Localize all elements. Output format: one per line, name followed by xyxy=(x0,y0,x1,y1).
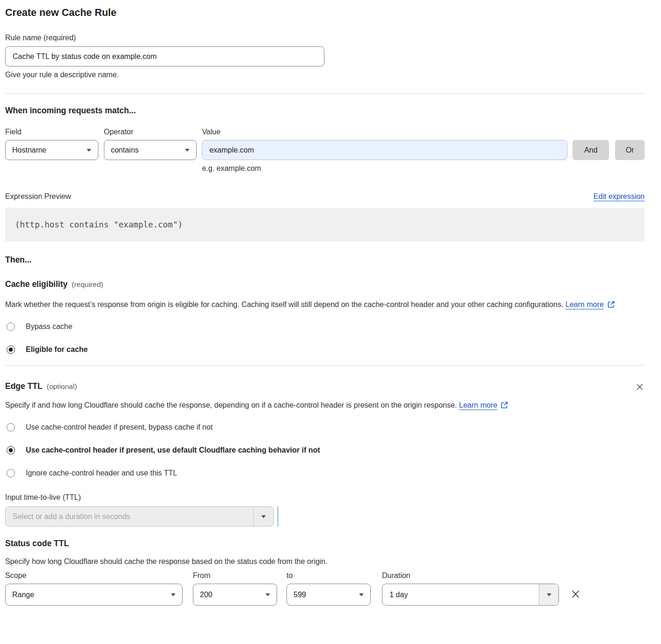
chevron-down-icon xyxy=(265,593,270,596)
chevron-down-icon xyxy=(547,593,551,596)
operator-select-value: contains xyxy=(111,146,139,154)
cache-eligibility-learn-more-link[interactable]: Learn more xyxy=(566,300,604,308)
edge-ttl-close-icon[interactable] xyxy=(635,382,645,392)
chevron-down-icon xyxy=(171,593,176,596)
rule-name-label: Rule name (required) xyxy=(5,33,645,42)
chevron-down-icon xyxy=(261,515,266,518)
external-link-icon xyxy=(500,400,508,413)
eligible-for-cache-option: Eligible for cache xyxy=(5,345,645,354)
eligible-for-cache-label: Eligible for cache xyxy=(26,345,88,354)
edge-ttl-ignore-radio[interactable] xyxy=(7,469,15,477)
operator-select[interactable]: contains xyxy=(104,140,197,160)
chevron-down-icon xyxy=(185,149,190,152)
edge-ttl-bypass-label: Use cache-control header if present, byp… xyxy=(26,423,213,432)
ttl-input-label: Input time-to-live (TTL) xyxy=(5,493,645,502)
edge-ttl-qualifier: (optional) xyxy=(47,382,77,391)
value-hint-text: e.g. example.com xyxy=(202,164,567,173)
remove-status-row-icon[interactable] xyxy=(570,588,581,600)
field-select[interactable]: Hostname xyxy=(5,140,98,160)
ttl-select-chevron-box[interactable] xyxy=(253,507,273,526)
value-input[interactable] xyxy=(202,140,567,160)
from-select[interactable]: 200 xyxy=(193,584,277,606)
status-code-ttl-description: Specify how long Cloudflare should cache… xyxy=(5,557,645,566)
scope-label: Scope xyxy=(5,571,183,580)
duration-select-chevron-box[interactable] xyxy=(539,584,558,605)
expression-preview-label: Expression Preview xyxy=(5,192,71,201)
cache-eligibility-description: Mark whether the request’s response from… xyxy=(5,298,635,313)
chevron-down-icon xyxy=(87,149,91,152)
ttl-duration-select[interactable]: Select or add a duration in seconds xyxy=(5,506,274,527)
match-section-heading: When incoming requests match... xyxy=(5,106,645,116)
or-button[interactable]: Or xyxy=(615,140,645,160)
external-link-icon xyxy=(607,300,615,313)
edge-ttl-option-default: Use cache-control header if present, use… xyxy=(5,446,645,454)
from-label: From xyxy=(193,571,277,580)
edit-expression-link[interactable]: Edit expression xyxy=(594,192,645,201)
eligible-for-cache-radio[interactable] xyxy=(7,345,15,354)
edge-ttl-default-radio[interactable] xyxy=(7,446,15,454)
bypass-cache-option: Bypass cache xyxy=(5,322,645,331)
section-divider xyxy=(5,93,645,94)
cache-eligibility-qualifier: (required) xyxy=(72,280,103,289)
ttl-duration-placeholder: Select or add a duration in seconds xyxy=(6,512,130,521)
rule-name-helper-text: Give your rule a descriptive name. xyxy=(5,70,645,79)
field-select-value: Hostname xyxy=(12,146,46,154)
from-select-value: 200 xyxy=(200,591,213,599)
rule-name-input[interactable] xyxy=(5,46,324,66)
operator-label: Operator xyxy=(104,127,197,136)
to-select[interactable]: 599 xyxy=(286,584,371,606)
expression-preview-code: (http.host contains "example.com") xyxy=(5,208,645,242)
duration-label: Duration xyxy=(382,571,559,580)
edge-ttl-ignore-label: Ignore cache-control header and use this… xyxy=(26,469,177,477)
to-label: to xyxy=(286,571,371,580)
cache-eligibility-heading: Cache eligibility xyxy=(5,279,67,289)
text-caret xyxy=(277,506,279,527)
edge-ttl-option-ignore: Ignore cache-control header and use this… xyxy=(5,469,645,477)
status-code-ttl-row: Scope Range From 200 to 599 Duration 1 d… xyxy=(5,571,645,606)
bypass-cache-label: Bypass cache xyxy=(26,322,73,331)
page-title: Create new Cache Rule xyxy=(5,7,645,19)
edge-ttl-heading: Edge TTL xyxy=(5,381,43,391)
edge-ttl-bypass-radio[interactable] xyxy=(7,423,15,432)
and-button[interactable]: And xyxy=(573,140,609,160)
field-label: Field xyxy=(5,127,98,136)
bypass-cache-radio[interactable] xyxy=(7,322,15,331)
edge-ttl-description-text: Specify if and how long Cloudflare shoul… xyxy=(5,401,457,409)
cache-eligibility-description-text: Mark whether the request’s response from… xyxy=(5,300,563,308)
edge-ttl-default-label: Use cache-control header if present, use… xyxy=(26,446,320,454)
match-condition-row: Field Hostname Operator contains Value e… xyxy=(5,127,645,173)
duration-select[interactable]: 1 day xyxy=(382,584,559,606)
duration-select-value: 1 day xyxy=(382,591,408,599)
section-divider xyxy=(5,365,645,366)
edge-ttl-learn-more-link[interactable]: Learn more xyxy=(459,401,498,409)
edge-ttl-option-bypass: Use cache-control header if present, byp… xyxy=(5,423,645,432)
scope-select-value: Range xyxy=(12,591,34,599)
create-cache-rule-form: Create new Cache Rule Rule name (require… xyxy=(0,0,661,606)
then-heading: Then... xyxy=(5,255,645,265)
to-select-value: 599 xyxy=(294,591,306,599)
value-label: Value xyxy=(202,127,567,136)
chevron-down-icon xyxy=(359,593,364,596)
status-code-ttl-heading: Status code TTL xyxy=(5,539,645,549)
scope-select[interactable]: Range xyxy=(5,584,183,606)
edge-ttl-description: Specify if and how long Cloudflare shoul… xyxy=(5,399,635,413)
